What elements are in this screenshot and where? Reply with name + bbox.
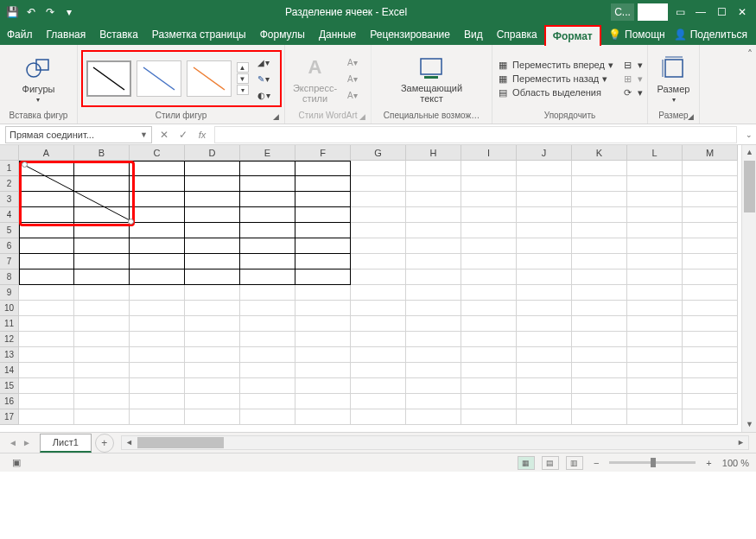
cell[interactable] xyxy=(351,254,406,270)
size-button[interactable]: Размер ▾ xyxy=(654,53,694,105)
scroll-thumb[interactable] xyxy=(137,437,224,448)
collapse-ribbon-icon[interactable]: ˄ xyxy=(747,48,753,60)
zoom-in-button[interactable]: + xyxy=(702,458,715,468)
cell[interactable] xyxy=(240,332,295,347)
cell[interactable] xyxy=(19,270,74,285)
tell-me-button[interactable]: 💡Помощн xyxy=(608,29,665,41)
zoom-slider[interactable] xyxy=(609,461,696,464)
row-header[interactable]: 12 xyxy=(0,332,19,347)
cell[interactable] xyxy=(130,394,185,409)
save-icon[interactable]: 💾 xyxy=(5,5,19,19)
row-header[interactable]: 13 xyxy=(0,347,19,363)
cells[interactable] xyxy=(19,161,738,425)
page-break-view-button[interactable]: ▥ xyxy=(566,456,583,470)
shape-handle-end[interactable] xyxy=(128,219,134,225)
cell[interactable] xyxy=(517,223,572,238)
cell[interactable] xyxy=(295,347,351,363)
cell[interactable] xyxy=(517,176,572,192)
cell[interactable] xyxy=(74,409,130,425)
cell[interactable] xyxy=(406,347,461,363)
cell[interactable] xyxy=(517,363,572,378)
expand-formula-bar-icon[interactable]: ⌄ xyxy=(742,130,756,139)
cell[interactable] xyxy=(572,394,627,409)
cell[interactable] xyxy=(185,285,240,301)
cell[interactable] xyxy=(517,270,572,285)
cell[interactable] xyxy=(130,363,185,378)
send-backward-button[interactable]: ▦Переместить назад ▾ xyxy=(497,73,613,85)
cell[interactable] xyxy=(517,347,572,363)
cell[interactable] xyxy=(19,301,74,316)
scroll-right-icon[interactable]: ► xyxy=(734,436,748,449)
undo-icon[interactable]: ↶ xyxy=(24,5,38,19)
cell[interactable] xyxy=(130,347,185,363)
cell[interactable] xyxy=(627,238,683,254)
cell[interactable] xyxy=(406,270,461,285)
cell[interactable] xyxy=(295,176,351,192)
cell[interactable] xyxy=(461,378,517,394)
cell[interactable] xyxy=(240,254,295,270)
cell[interactable] xyxy=(406,301,461,316)
cell[interactable] xyxy=(19,316,74,332)
row-header[interactable]: 9 xyxy=(0,285,19,301)
cell[interactable] xyxy=(517,409,572,425)
cell[interactable] xyxy=(683,347,738,363)
cell[interactable] xyxy=(572,176,627,192)
cell[interactable] xyxy=(406,316,461,332)
normal-view-button[interactable]: ▦ xyxy=(518,456,535,470)
zoom-out-button[interactable]: − xyxy=(590,458,602,468)
cell[interactable] xyxy=(295,254,351,270)
cell[interactable] xyxy=(295,378,351,394)
new-sheet-button[interactable]: + xyxy=(95,434,114,453)
column-header[interactable]: K xyxy=(572,145,627,161)
cell[interactable] xyxy=(461,192,517,207)
cell[interactable] xyxy=(185,270,240,285)
cell[interactable] xyxy=(683,301,738,316)
cell[interactable] xyxy=(19,254,74,270)
cell[interactable] xyxy=(351,207,406,223)
cell[interactable] xyxy=(683,238,738,254)
style-thumb-2[interactable] xyxy=(137,60,181,97)
cell[interactable] xyxy=(461,161,517,176)
close-button[interactable]: ✕ xyxy=(734,3,751,21)
cell[interactable] xyxy=(406,332,461,347)
cell[interactable] xyxy=(351,285,406,301)
cell[interactable] xyxy=(351,363,406,378)
cell[interactable] xyxy=(240,192,295,207)
cancel-formula-button[interactable]: ✕ xyxy=(156,126,173,143)
tab-formulas[interactable]: Формулы xyxy=(253,24,312,45)
cell[interactable] xyxy=(74,207,130,223)
qat-customize-icon[interactable]: ▾ xyxy=(62,5,76,19)
shape-outline-button[interactable]: ✎▾ xyxy=(257,72,276,86)
cell[interactable] xyxy=(406,394,461,409)
select-all-button[interactable] xyxy=(0,145,19,161)
cell[interactable] xyxy=(185,238,240,254)
row-header[interactable]: 17 xyxy=(0,409,19,425)
cell[interactable] xyxy=(517,285,572,301)
cell[interactable] xyxy=(295,238,351,254)
cell[interactable] xyxy=(406,176,461,192)
cell[interactable] xyxy=(683,316,738,332)
column-header[interactable]: E xyxy=(240,145,295,161)
dialog-launcher-icon[interactable]: ◢ xyxy=(273,112,282,121)
cell[interactable] xyxy=(406,207,461,223)
cell[interactable] xyxy=(240,270,295,285)
cell[interactable] xyxy=(351,161,406,176)
cell[interactable] xyxy=(185,363,240,378)
gallery-more-icon[interactable]: ▾ xyxy=(237,85,249,95)
enter-formula-button[interactable]: ✓ xyxy=(175,126,192,143)
row-header[interactable]: 8 xyxy=(0,270,19,285)
cell[interactable] xyxy=(130,301,185,316)
zoom-level[interactable]: 100 % xyxy=(722,458,749,468)
cell[interactable] xyxy=(627,409,683,425)
cell[interactable] xyxy=(19,207,74,223)
cell[interactable] xyxy=(130,254,185,270)
name-box[interactable]: Прямая соединит... ▼ xyxy=(5,126,152,143)
cell[interactable] xyxy=(19,363,74,378)
cell[interactable] xyxy=(295,207,351,223)
cell[interactable] xyxy=(683,176,738,192)
cell[interactable] xyxy=(19,394,74,409)
cell[interactable] xyxy=(74,254,130,270)
cell[interactable] xyxy=(130,192,185,207)
bring-forward-button[interactable]: ▦Переместить вперед ▾ xyxy=(497,59,613,71)
cell[interactable] xyxy=(406,285,461,301)
